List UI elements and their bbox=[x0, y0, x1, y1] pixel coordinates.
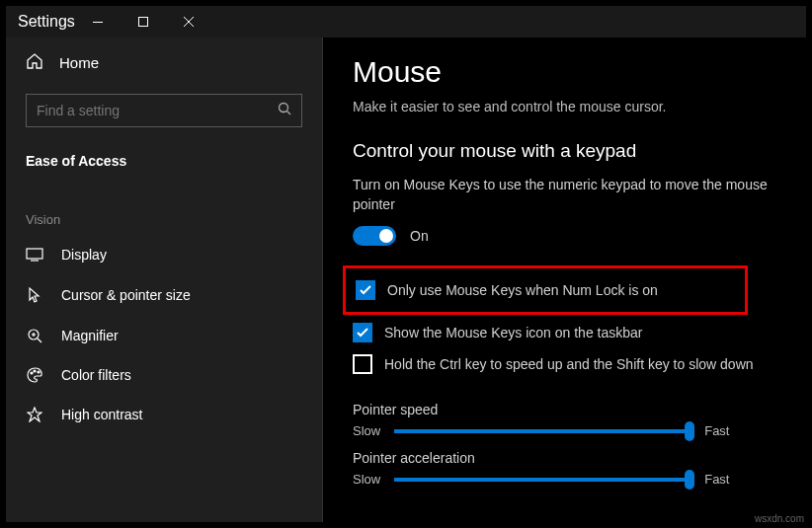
slider-min: Slow bbox=[353, 472, 380, 487]
pointer-speed-slider[interactable] bbox=[394, 429, 690, 433]
display-icon bbox=[26, 248, 43, 262]
check-numlock[interactable]: Only use Mouse Keys when Num Lock is on bbox=[356, 274, 735, 306]
slider-label-speed: Pointer speed bbox=[353, 402, 776, 417]
main-content: Mouse Make it easier to see and control … bbox=[322, 38, 806, 522]
search-input[interactable] bbox=[26, 94, 302, 127]
slider-label-accel: Pointer acceleration bbox=[353, 450, 776, 466]
close-button[interactable] bbox=[166, 6, 211, 38]
checkbox-icon bbox=[356, 280, 375, 300]
home-icon bbox=[26, 53, 43, 72]
check-label: Hold the Ctrl key to speed up and the Sh… bbox=[384, 356, 754, 372]
slider-max: Fast bbox=[704, 472, 729, 487]
svg-point-12 bbox=[31, 372, 33, 374]
sidebar-item-display[interactable]: Display bbox=[6, 235, 322, 274]
check-taskbar-icon[interactable]: Show the Mouse Keys icon on the taskbar bbox=[353, 317, 776, 348]
watermark: wsxdn.com bbox=[755, 513, 804, 524]
svg-point-4 bbox=[280, 104, 288, 113]
sidebar-item-magnifier[interactable]: Magnifier bbox=[6, 316, 322, 355]
group-label-vision: Vision bbox=[6, 189, 322, 235]
maximize-button[interactable] bbox=[121, 6, 166, 38]
page-subtitle: Make it easier to see and control the mo… bbox=[353, 99, 776, 114]
svg-line-5 bbox=[287, 112, 291, 115]
slider-max: Fast bbox=[704, 423, 729, 438]
sidebar-item-label: Display bbox=[61, 247, 107, 263]
sidebar: Home Ease of Access Vision Display Curso… bbox=[6, 38, 322, 522]
svg-rect-1 bbox=[138, 18, 147, 27]
sidebar-item-color-filters[interactable]: Color filters bbox=[6, 355, 322, 395]
svg-point-13 bbox=[34, 370, 36, 372]
svg-line-9 bbox=[38, 339, 41, 342]
home-nav[interactable]: Home bbox=[6, 43, 322, 82]
section-heading: Control your mouse with a keypad bbox=[353, 140, 776, 162]
minimize-button[interactable] bbox=[75, 6, 121, 38]
sidebar-item-label: Cursor & pointer size bbox=[61, 287, 191, 303]
slider-min: Slow bbox=[353, 423, 380, 438]
sidebar-item-high-contrast[interactable]: High contrast bbox=[6, 395, 322, 434]
home-label: Home bbox=[59, 54, 99, 71]
svg-rect-6 bbox=[27, 249, 42, 259]
toggle-state-label: On bbox=[410, 228, 429, 244]
check-label: Only use Mouse Keys when Num Lock is on bbox=[387, 282, 658, 298]
palette-icon bbox=[26, 367, 43, 383]
sidebar-item-label: Color filters bbox=[61, 367, 131, 383]
search-icon bbox=[278, 102, 291, 119]
svg-point-14 bbox=[38, 371, 40, 373]
sidebar-item-cursor[interactable]: Cursor & pointer size bbox=[6, 274, 322, 316]
checkbox-icon bbox=[353, 354, 372, 374]
window-title: Settings bbox=[18, 13, 75, 31]
magnifier-icon bbox=[26, 328, 43, 343]
pointer-accel-slider[interactable] bbox=[394, 478, 690, 482]
sidebar-item-label: Magnifier bbox=[61, 328, 119, 343]
checkbox-icon bbox=[353, 323, 372, 342]
mouse-keys-toggle[interactable] bbox=[353, 226, 396, 246]
category-heading: Ease of Access bbox=[6, 145, 322, 189]
contrast-icon bbox=[26, 407, 43, 422]
cursor-icon bbox=[26, 286, 43, 304]
search-field[interactable] bbox=[37, 103, 278, 118]
page-title: Mouse bbox=[353, 55, 776, 89]
sidebar-item-label: High contrast bbox=[61, 407, 142, 422]
check-label: Show the Mouse Keys icon on the taskbar bbox=[384, 325, 642, 340]
check-ctrl-shift[interactable]: Hold the Ctrl key to speed up and the Sh… bbox=[353, 348, 776, 380]
section-description: Turn on Mouse Keys to use the numeric ke… bbox=[353, 176, 768, 214]
titlebar: Settings bbox=[6, 6, 806, 38]
